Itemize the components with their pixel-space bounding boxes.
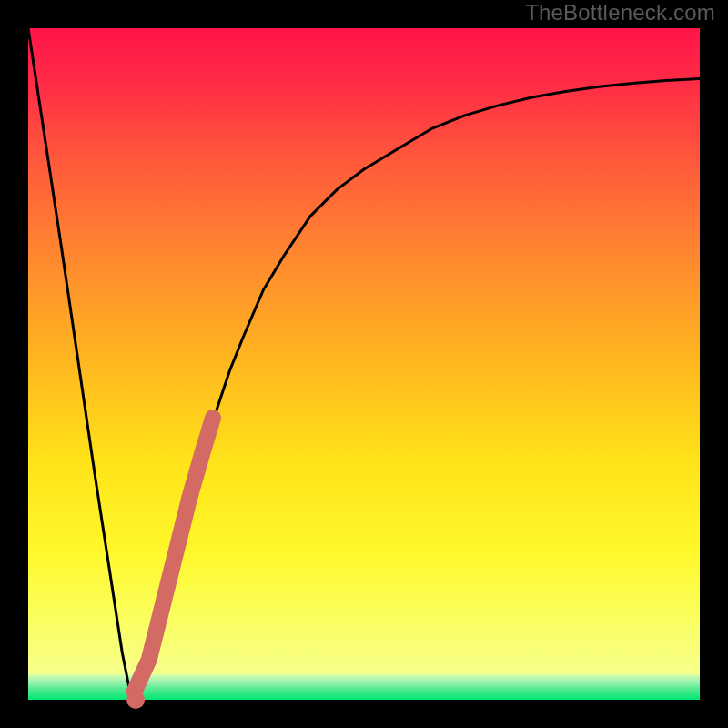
bottleneck-chart — [0, 0, 728, 728]
plot-area — [28, 28, 700, 700]
watermark-text: TheBottleneck.com — [525, 0, 715, 25]
chart-stage: TheBottleneck.com — [0, 0, 728, 728]
gradient-background — [28, 28, 700, 700]
minimum-marker — [126, 691, 145, 709]
